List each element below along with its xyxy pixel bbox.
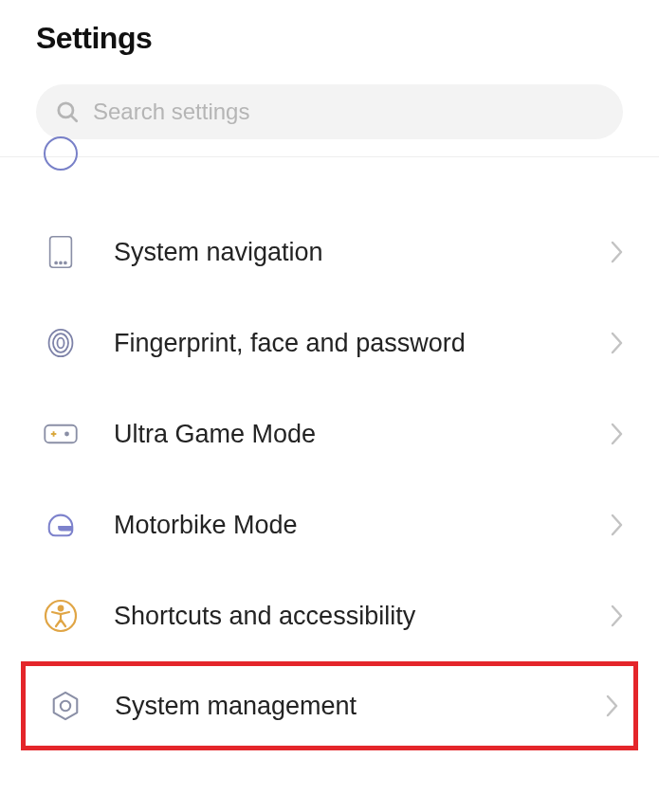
search-placeholder: Search settings (93, 99, 249, 125)
header: Settings (0, 0, 659, 65)
svg-line-1 (71, 116, 76, 120)
chevron-right-icon (610, 603, 625, 629)
row-fingerprint[interactable]: Fingerprint, face and password (0, 298, 659, 388)
row-motorbike-mode[interactable]: Motorbike Mode (0, 479, 659, 570)
row-label: Ultra Game Mode (114, 420, 610, 449)
svg-point-16 (61, 701, 70, 711)
svg-point-5 (64, 262, 66, 263)
svg-marker-15 (54, 693, 78, 719)
svg-point-7 (53, 334, 68, 352)
row-system-management[interactable]: System management (21, 661, 638, 750)
svg-point-14 (59, 606, 64, 611)
svg-point-12 (65, 433, 68, 436)
partial-icon (44, 136, 78, 171)
page-title: Settings (36, 21, 623, 56)
chevron-right-icon (610, 239, 625, 265)
helmet-icon (42, 506, 80, 544)
row-system-navigation[interactable]: System navigation (0, 207, 659, 298)
svg-point-8 (57, 338, 64, 349)
accessibility-icon (42, 597, 80, 635)
search-icon (55, 99, 80, 124)
svg-point-3 (55, 262, 57, 263)
row-label: Shortcuts and accessibility (114, 602, 610, 631)
row-label: Motorbike Mode (114, 511, 610, 540)
fingerprint-icon (42, 324, 80, 362)
gear-hexagon-icon (46, 687, 84, 725)
row-label: System management (115, 692, 605, 721)
row-shortcuts-accessibility[interactable]: Shortcuts and accessibility (0, 570, 659, 661)
bottom-space (0, 750, 659, 779)
row-label: System navigation (114, 238, 610, 267)
svg-point-4 (60, 262, 62, 263)
chevron-right-icon (610, 330, 625, 356)
svg-rect-9 (45, 425, 76, 443)
chevron-right-icon (610, 421, 625, 447)
chevron-right-icon (605, 693, 620, 719)
partial-row-top (0, 157, 659, 180)
row-label: Fingerprint, face and password (114, 329, 610, 358)
phone-navigation-icon (42, 233, 80, 271)
search-input[interactable]: Search settings (36, 84, 623, 139)
gamepad-icon (42, 415, 80, 453)
search-container: Search settings (0, 65, 659, 157)
chevron-right-icon (610, 512, 625, 538)
row-ultra-game-mode[interactable]: Ultra Game Mode (0, 388, 659, 479)
settings-list: System navigation Fingerprint, face and … (0, 157, 659, 779)
